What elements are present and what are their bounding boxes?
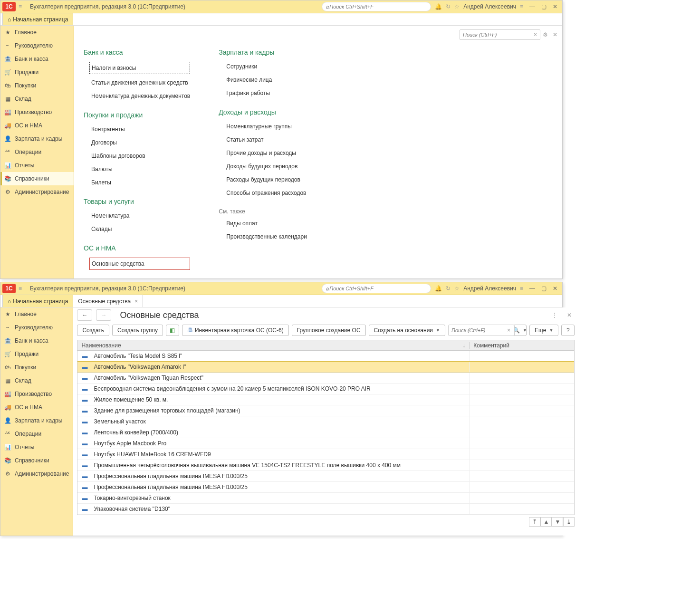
global-search[interactable]: ⌕ xyxy=(322,284,431,293)
menu-link[interactable]: Доходы будущих периодов xyxy=(219,162,307,171)
column-comment[interactable]: Комментарий xyxy=(470,342,574,349)
table-row[interactable]: ▬Беспроводная система видеонаблюдения с … xyxy=(77,384,574,394)
menu-link[interactable]: Билеты xyxy=(84,178,190,187)
hamburger-icon[interactable]: ≡ xyxy=(19,3,26,10)
inventory-card-button[interactable]: 🖶Инвентарная карточка ОС (ОС-6) xyxy=(182,325,289,336)
table-row[interactable]: ▬Промышленная четырёхголовочная вышиваль… xyxy=(77,460,574,471)
table-row[interactable]: ▬Автомобиль "Tesla Model S S85 l" xyxy=(77,351,574,362)
sidebar-item-4[interactable]: 🛍Покупки xyxy=(0,79,74,92)
search-button[interactable]: 🔍▼ xyxy=(513,325,527,336)
table-row[interactable]: ▬Упаковочная система "D130" xyxy=(77,504,574,515)
create-based-button[interactable]: Создать на основании▼ xyxy=(369,325,445,336)
sidebar-item-5[interactable]: ▦Склад xyxy=(0,92,74,106)
table-row[interactable]: ▬Автомобиль "Volkswagen Tiguan Respect" xyxy=(77,373,574,384)
gear-icon[interactable]: ⚙ xyxy=(543,31,548,38)
menu-link[interactable]: Валюты xyxy=(84,164,190,174)
filter-icon[interactable]: ≡ xyxy=(520,285,523,292)
sidebar-item-11[interactable]: 📚Справочники xyxy=(0,454,73,467)
table-row[interactable]: ▬Жилое помещение 50 кв. м. xyxy=(77,394,574,405)
sidebar-item-2[interactable]: 🏦Банк и касса xyxy=(0,334,73,347)
menu-link[interactable]: Номенклатура xyxy=(84,211,190,221)
close-button[interactable]: ✕ xyxy=(550,284,560,293)
sidebar-item-7[interactable]: 🚚ОС и НМА xyxy=(0,119,74,132)
menu-link[interactable]: Статьи затрат xyxy=(219,135,307,144)
column-name[interactable]: Наименование↓ xyxy=(77,342,470,349)
close-button[interactable]: ✕ xyxy=(550,2,560,11)
menu-link[interactable]: Производственные календари xyxy=(219,232,307,241)
table-row[interactable]: ▬Профессиональная гладильная машина IMES… xyxy=(77,471,574,482)
more-icon[interactable]: ⋮ xyxy=(549,312,560,318)
table-row[interactable]: ▬Токарно-винторезный станок xyxy=(77,493,574,504)
menu-link[interactable]: Сотрудники xyxy=(219,62,307,71)
table-row[interactable]: ▬Автомобиль "Volkswagen Amarok l" xyxy=(77,362,574,373)
list-search-input[interactable] xyxy=(448,325,515,336)
sidebar-item-3[interactable]: 🛒Продажи xyxy=(0,66,74,79)
sidebar-item-1[interactable]: ~Руководителю xyxy=(0,321,73,334)
tab-home[interactable]: ⌂ Начальная страница xyxy=(2,295,73,307)
hamburger-icon[interactable]: ≡ xyxy=(19,285,26,292)
create-button[interactable]: Создать xyxy=(77,325,109,336)
table-row[interactable]: ▬Здание для размещения торговых площадей… xyxy=(77,405,574,416)
menu-link[interactable]: Номенклатура денежных документов xyxy=(84,91,190,101)
sidebar-item-6[interactable]: 🏭Производство xyxy=(0,106,74,119)
content-search-input[interactable] xyxy=(460,29,540,40)
menu-link[interactable]: Расходы будущих периодов xyxy=(219,175,307,184)
menu-link[interactable]: Шаблоны договоров xyxy=(84,151,190,161)
more-button[interactable]: Еще▼ xyxy=(529,325,558,336)
menu-link[interactable]: Склады xyxy=(84,224,190,234)
global-search-input[interactable] xyxy=(329,286,427,291)
scroll-top-button[interactable]: ⤒ xyxy=(529,517,540,527)
minimize-button[interactable]: — xyxy=(527,284,537,293)
sidebar-item-9[interactable]: ᴬᴷОперации xyxy=(0,427,73,441)
table-row[interactable]: ▬Ленточный конвейер (7000/400) xyxy=(77,427,574,438)
user-name[interactable]: Андрей Алексеевич xyxy=(463,3,516,10)
close-panel-icon[interactable]: ✕ xyxy=(553,31,557,38)
table-row[interactable]: ▬Земельный участок xyxy=(77,416,574,427)
table-row[interactable]: ▬Профессиональная гладильная машина IMES… xyxy=(77,482,574,493)
help-button[interactable]: ? xyxy=(561,325,575,336)
user-name[interactable]: Андрей Алексеевич xyxy=(463,285,516,292)
sidebar-item-6[interactable]: 🏭Производство xyxy=(0,387,73,401)
menu-link[interactable]: Контрагенты xyxy=(84,125,190,134)
clear-icon[interactable]: × xyxy=(534,31,537,38)
menu-link[interactable]: Налоги и взносы xyxy=(89,62,190,74)
sidebar-item-8[interactable]: 👤Зарплата и кадры xyxy=(0,414,73,427)
sidebar-item-10[interactable]: 📊Отчеты xyxy=(0,159,74,172)
menu-link[interactable]: Виды оплат xyxy=(219,219,307,228)
history-icon[interactable]: ↻ xyxy=(446,285,451,292)
sidebar-item-12[interactable]: ⚙Администрирование xyxy=(0,185,74,199)
menu-link[interactable]: Прочие доходы и расходы xyxy=(219,148,307,158)
sidebar-item-5[interactable]: ▦Склад xyxy=(0,374,73,387)
menu-link[interactable]: Способы отражения расходов xyxy=(219,188,307,198)
bell-icon[interactable]: 🔔 xyxy=(435,3,442,10)
table-row[interactable]: ▬Ноутбук HUAWEI MateBook 16 CREM-WFD9 xyxy=(77,449,574,460)
menu-link[interactable]: Графики работы xyxy=(219,88,307,98)
sidebar-item-8[interactable]: 👤Зарплата и кадры xyxy=(0,132,74,145)
sidebar-item-11[interactable]: 📚Справочники xyxy=(0,172,74,185)
maximize-button[interactable]: ▢ xyxy=(538,2,549,11)
table-row[interactable]: ▬Ноутбук Apple Macbook Pro xyxy=(77,438,574,449)
star-icon[interactable]: ☆ xyxy=(454,285,460,292)
menu-link[interactable]: Договоры xyxy=(84,138,190,147)
scroll-up-button[interactable]: ▲ xyxy=(540,517,552,527)
hierarchy-toggle-button[interactable]: ◧ xyxy=(166,325,179,336)
scroll-bottom-button[interactable]: ⤓ xyxy=(563,517,575,527)
sidebar-item-4[interactable]: 🛍Покупки xyxy=(0,361,73,374)
history-icon[interactable]: ↻ xyxy=(446,3,451,10)
minimize-button[interactable]: — xyxy=(527,2,537,11)
global-search[interactable]: ⌕ xyxy=(322,2,431,11)
global-search-input[interactable] xyxy=(329,4,427,10)
menu-link[interactable]: Физические лица xyxy=(219,75,307,85)
sidebar-item-0[interactable]: ★Главное xyxy=(0,26,74,39)
star-icon[interactable]: ☆ xyxy=(454,3,460,10)
sidebar-item-9[interactable]: ᴬᴷОперации xyxy=(0,145,74,159)
tab-assets[interactable]: Основные средства × xyxy=(73,295,143,307)
sidebar-item-0[interactable]: ★Главное xyxy=(0,307,73,321)
menu-link[interactable]: Основные средства xyxy=(89,258,190,270)
create-group-button[interactable]: Создать группу xyxy=(112,325,163,336)
sidebar-item-2[interactable]: 🏦Банк и касса xyxy=(0,52,74,66)
sidebar-item-1[interactable]: ~Руководителю xyxy=(0,39,74,52)
menu-link[interactable]: Статьи движения денежных средств xyxy=(84,78,190,87)
sidebar-item-12[interactable]: ⚙Администрирование xyxy=(0,467,73,480)
tab-home[interactable]: ⌂ Начальная страница xyxy=(2,13,73,25)
